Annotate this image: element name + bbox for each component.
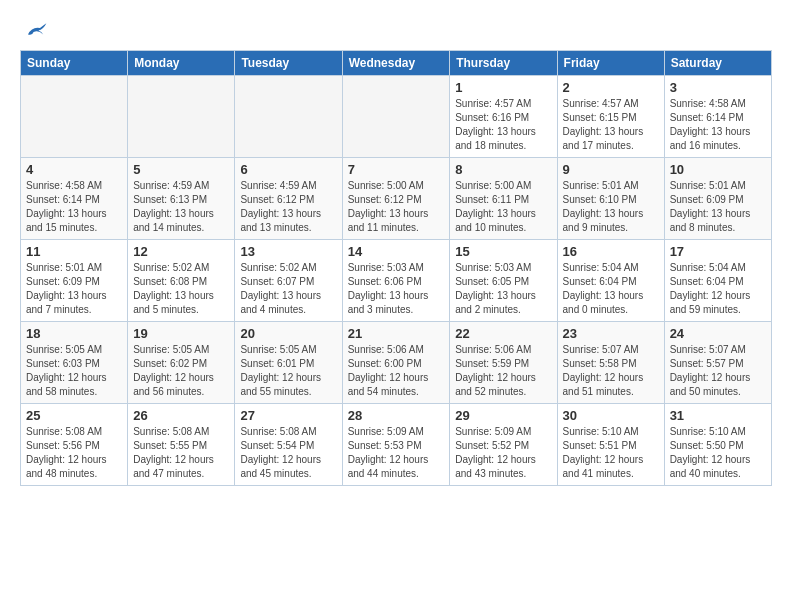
day-number: 26 [133, 408, 229, 423]
calendar-cell: 4Sunrise: 4:58 AM Sunset: 6:14 PM Daylig… [21, 158, 128, 240]
day-info: Sunrise: 5:08 AM Sunset: 5:56 PM Dayligh… [26, 425, 122, 481]
day-info: Sunrise: 4:57 AM Sunset: 6:16 PM Dayligh… [455, 97, 551, 153]
calendar-cell: 30Sunrise: 5:10 AM Sunset: 5:51 PM Dayli… [557, 404, 664, 486]
calendar-cell: 1Sunrise: 4:57 AM Sunset: 6:16 PM Daylig… [450, 76, 557, 158]
day-number: 22 [455, 326, 551, 341]
day-info: Sunrise: 4:58 AM Sunset: 6:14 PM Dayligh… [670, 97, 766, 153]
day-number: 9 [563, 162, 659, 177]
day-info: Sunrise: 5:05 AM Sunset: 6:01 PM Dayligh… [240, 343, 336, 399]
day-info: Sunrise: 5:08 AM Sunset: 5:55 PM Dayligh… [133, 425, 229, 481]
calendar-week-row: 25Sunrise: 5:08 AM Sunset: 5:56 PM Dayli… [21, 404, 772, 486]
calendar-cell: 20Sunrise: 5:05 AM Sunset: 6:01 PM Dayli… [235, 322, 342, 404]
calendar-cell: 23Sunrise: 5:07 AM Sunset: 5:58 PM Dayli… [557, 322, 664, 404]
day-info: Sunrise: 5:07 AM Sunset: 5:57 PM Dayligh… [670, 343, 766, 399]
day-header-wednesday: Wednesday [342, 51, 450, 76]
calendar-cell [128, 76, 235, 158]
calendar-cell: 25Sunrise: 5:08 AM Sunset: 5:56 PM Dayli… [21, 404, 128, 486]
day-number: 21 [348, 326, 445, 341]
calendar-cell: 19Sunrise: 5:05 AM Sunset: 6:02 PM Dayli… [128, 322, 235, 404]
calendar-cell: 5Sunrise: 4:59 AM Sunset: 6:13 PM Daylig… [128, 158, 235, 240]
calendar-cell: 29Sunrise: 5:09 AM Sunset: 5:52 PM Dayli… [450, 404, 557, 486]
calendar-cell: 3Sunrise: 4:58 AM Sunset: 6:14 PM Daylig… [664, 76, 771, 158]
day-info: Sunrise: 5:03 AM Sunset: 6:05 PM Dayligh… [455, 261, 551, 317]
day-info: Sunrise: 5:00 AM Sunset: 6:12 PM Dayligh… [348, 179, 445, 235]
calendar-cell: 6Sunrise: 4:59 AM Sunset: 6:12 PM Daylig… [235, 158, 342, 240]
calendar-cell: 28Sunrise: 5:09 AM Sunset: 5:53 PM Dayli… [342, 404, 450, 486]
day-number: 7 [348, 162, 445, 177]
day-header-monday: Monday [128, 51, 235, 76]
day-info: Sunrise: 5:03 AM Sunset: 6:06 PM Dayligh… [348, 261, 445, 317]
calendar-cell: 17Sunrise: 5:04 AM Sunset: 6:04 PM Dayli… [664, 240, 771, 322]
calendar-cell: 24Sunrise: 5:07 AM Sunset: 5:57 PM Dayli… [664, 322, 771, 404]
day-info: Sunrise: 5:09 AM Sunset: 5:52 PM Dayligh… [455, 425, 551, 481]
day-number: 24 [670, 326, 766, 341]
day-info: Sunrise: 5:05 AM Sunset: 6:02 PM Dayligh… [133, 343, 229, 399]
calendar-cell: 13Sunrise: 5:02 AM Sunset: 6:07 PM Dayli… [235, 240, 342, 322]
day-number: 25 [26, 408, 122, 423]
calendar-week-row: 18Sunrise: 5:05 AM Sunset: 6:03 PM Dayli… [21, 322, 772, 404]
day-header-thursday: Thursday [450, 51, 557, 76]
day-info: Sunrise: 5:01 AM Sunset: 6:10 PM Dayligh… [563, 179, 659, 235]
day-info: Sunrise: 5:05 AM Sunset: 6:03 PM Dayligh… [26, 343, 122, 399]
day-header-friday: Friday [557, 51, 664, 76]
day-number: 30 [563, 408, 659, 423]
day-number: 14 [348, 244, 445, 259]
day-info: Sunrise: 5:06 AM Sunset: 5:59 PM Dayligh… [455, 343, 551, 399]
day-info: Sunrise: 4:59 AM Sunset: 6:12 PM Dayligh… [240, 179, 336, 235]
day-info: Sunrise: 5:10 AM Sunset: 5:50 PM Dayligh… [670, 425, 766, 481]
day-info: Sunrise: 5:07 AM Sunset: 5:58 PM Dayligh… [563, 343, 659, 399]
day-header-tuesday: Tuesday [235, 51, 342, 76]
calendar-cell: 27Sunrise: 5:08 AM Sunset: 5:54 PM Dayli… [235, 404, 342, 486]
day-number: 16 [563, 244, 659, 259]
calendar-cell: 10Sunrise: 5:01 AM Sunset: 6:09 PM Dayli… [664, 158, 771, 240]
calendar-cell: 11Sunrise: 5:01 AM Sunset: 6:09 PM Dayli… [21, 240, 128, 322]
calendar-cell: 31Sunrise: 5:10 AM Sunset: 5:50 PM Dayli… [664, 404, 771, 486]
calendar-cell [235, 76, 342, 158]
day-number: 19 [133, 326, 229, 341]
day-number: 4 [26, 162, 122, 177]
day-info: Sunrise: 4:58 AM Sunset: 6:14 PM Dayligh… [26, 179, 122, 235]
calendar-cell: 2Sunrise: 4:57 AM Sunset: 6:15 PM Daylig… [557, 76, 664, 158]
calendar-week-row: 4Sunrise: 4:58 AM Sunset: 6:14 PM Daylig… [21, 158, 772, 240]
calendar-cell [21, 76, 128, 158]
calendar-cell: 18Sunrise: 5:05 AM Sunset: 6:03 PM Dayli… [21, 322, 128, 404]
day-number: 28 [348, 408, 445, 423]
day-number: 18 [26, 326, 122, 341]
day-info: Sunrise: 5:01 AM Sunset: 6:09 PM Dayligh… [670, 179, 766, 235]
calendar-cell: 15Sunrise: 5:03 AM Sunset: 6:05 PM Dayli… [450, 240, 557, 322]
calendar-cell: 7Sunrise: 5:00 AM Sunset: 6:12 PM Daylig… [342, 158, 450, 240]
day-info: Sunrise: 5:10 AM Sunset: 5:51 PM Dayligh… [563, 425, 659, 481]
calendar-header-row: SundayMondayTuesdayWednesdayThursdayFrid… [21, 51, 772, 76]
calendar-cell: 22Sunrise: 5:06 AM Sunset: 5:59 PM Dayli… [450, 322, 557, 404]
calendar-cell: 21Sunrise: 5:06 AM Sunset: 6:00 PM Dayli… [342, 322, 450, 404]
day-info: Sunrise: 5:04 AM Sunset: 6:04 PM Dayligh… [670, 261, 766, 317]
logo [20, 20, 50, 40]
day-number: 17 [670, 244, 766, 259]
day-number: 8 [455, 162, 551, 177]
calendar-week-row: 1Sunrise: 4:57 AM Sunset: 6:16 PM Daylig… [21, 76, 772, 158]
day-number: 5 [133, 162, 229, 177]
day-number: 15 [455, 244, 551, 259]
calendar-cell: 16Sunrise: 5:04 AM Sunset: 6:04 PM Dayli… [557, 240, 664, 322]
day-number: 29 [455, 408, 551, 423]
day-number: 2 [563, 80, 659, 95]
page-header [20, 20, 772, 40]
day-number: 1 [455, 80, 551, 95]
day-number: 20 [240, 326, 336, 341]
day-header-saturday: Saturday [664, 51, 771, 76]
calendar-cell [342, 76, 450, 158]
day-info: Sunrise: 4:59 AM Sunset: 6:13 PM Dayligh… [133, 179, 229, 235]
day-info: Sunrise: 4:57 AM Sunset: 6:15 PM Dayligh… [563, 97, 659, 153]
calendar-week-row: 11Sunrise: 5:01 AM Sunset: 6:09 PM Dayli… [21, 240, 772, 322]
day-number: 27 [240, 408, 336, 423]
day-number: 3 [670, 80, 766, 95]
day-header-sunday: Sunday [21, 51, 128, 76]
calendar-cell: 14Sunrise: 5:03 AM Sunset: 6:06 PM Dayli… [342, 240, 450, 322]
calendar-cell: 8Sunrise: 5:00 AM Sunset: 6:11 PM Daylig… [450, 158, 557, 240]
day-info: Sunrise: 5:06 AM Sunset: 6:00 PM Dayligh… [348, 343, 445, 399]
day-number: 12 [133, 244, 229, 259]
day-number: 6 [240, 162, 336, 177]
day-info: Sunrise: 5:00 AM Sunset: 6:11 PM Dayligh… [455, 179, 551, 235]
calendar-cell: 26Sunrise: 5:08 AM Sunset: 5:55 PM Dayli… [128, 404, 235, 486]
day-number: 13 [240, 244, 336, 259]
